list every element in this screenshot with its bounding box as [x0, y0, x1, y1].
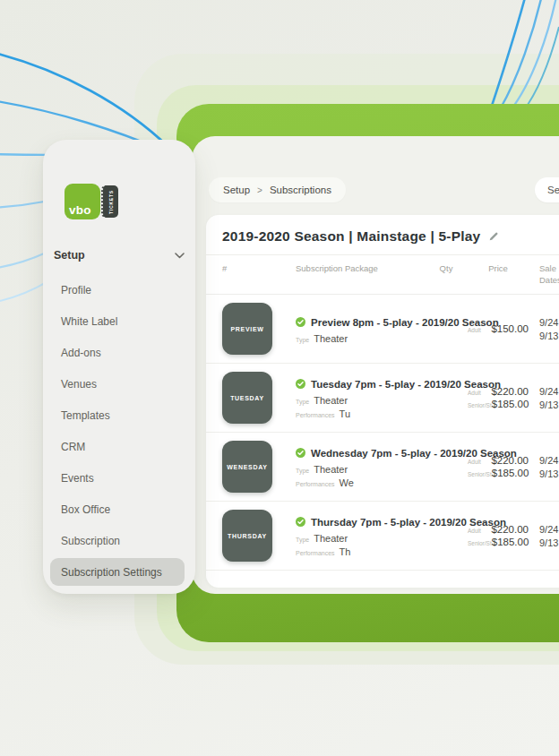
day-badge: TUESDAY: [222, 372, 272, 424]
price-value: $150.00: [491, 323, 529, 334]
performances-label: Performances: [296, 550, 335, 556]
table-row[interactable]: TUESDAY Tuesday 7pm - 5-play - 2019/20 S…: [206, 364, 559, 433]
price-value: $220.00: [491, 524, 529, 535]
price-tier-label: Adult: [468, 528, 481, 534]
type-value: Theater: [314, 333, 348, 344]
sale-date: 9/24: [539, 455, 559, 466]
breadcrumb-separator: >: [257, 185, 262, 195]
vbo-logo: vbo TICKETS: [64, 184, 118, 219]
column-package: Subscription Package: [296, 262, 417, 274]
breadcrumb-setup[interactable]: Setup: [223, 185, 250, 195]
price-cell: Adult$150.00: [468, 323, 529, 334]
day-badge: WENESDAY: [222, 441, 272, 493]
price-tier-label: Senior/St: [468, 402, 492, 408]
price-line: Senior/St$185.00: [468, 537, 529, 547]
badge-cell: THURSDAY: [222, 510, 272, 562]
price-cell: Adult$220.00Senior/St$185.00: [468, 524, 529, 547]
sale-date: 9/13: [539, 331, 559, 341]
sidebar-item-events[interactable]: Events: [43, 462, 195, 494]
table-row[interactable]: WENESDAY Wednesday 7pm - 5-play - 2019/2…: [206, 433, 559, 502]
badge-cell: WENESDAY: [222, 441, 272, 493]
sidebar-item-profile[interactable]: Profile: [43, 274, 195, 305]
sidebar-menu: ProfileWhite LabelAdd-onsVenuesTemplates…: [43, 274, 195, 588]
main-panel: Setup > Subscriptions Se 2019-2020 Seaso…: [192, 136, 559, 594]
price-line: Adult$220.00: [468, 524, 529, 535]
subscriptions-card: 2019-2020 Season | Mainstage | 5-Play # …: [206, 215, 559, 588]
type-value: Theater: [314, 533, 348, 544]
type-value: Theater: [314, 395, 348, 406]
sidebar-item-templates[interactable]: Templates: [43, 399, 195, 431]
status-check-icon: [296, 314, 305, 331]
table-body: PREVIEW Preview 8pm - 5-play - 2019/20 S…: [206, 295, 559, 571]
edit-icon[interactable]: [488, 231, 499, 242]
breadcrumb[interactable]: Setup > Subscriptions: [209, 177, 346, 202]
vbo-logo-mark: vbo: [64, 184, 100, 219]
column-sale-dates: Sale Dates: [539, 262, 559, 286]
season-button[interactable]: Se: [535, 177, 559, 202]
column-number: #: [222, 262, 272, 274]
package-cell: Thursday 7pm - 5-play - 2019/20 Season T…: [296, 514, 417, 557]
price-value: $185.00: [492, 537, 529, 547]
status-check-icon: [296, 376, 305, 392]
price-line: Adult$220.00: [468, 386, 529, 397]
performances-value: Th: [340, 546, 351, 557]
status-check-icon: [296, 514, 305, 530]
type-label: Type: [296, 399, 309, 405]
sale-date: 9/24: [539, 317, 559, 328]
sale-date: 9/13: [539, 537, 559, 548]
type-label: Type: [296, 337, 309, 343]
sidebar-item-subscription-settings[interactable]: Subscription Settings: [50, 558, 185, 586]
type-value: Theater: [314, 464, 348, 475]
price-tier-label: Senior/St: [468, 471, 492, 477]
price-value: $220.00: [491, 386, 529, 397]
table-row[interactable]: THURSDAY Thursday 7pm - 5-play - 2019/20…: [206, 502, 559, 571]
sidebar: vbo TICKETS Setup ProfileWhite LabelAdd-…: [43, 140, 195, 594]
price-tier-label: Adult: [468, 459, 481, 465]
table-row[interactable]: PREVIEW Preview 8pm - 5-play - 2019/20 S…: [206, 295, 559, 364]
price-line: Senior/St$185.00: [468, 468, 529, 478]
price-tier-label: Senior/St: [468, 540, 492, 546]
price-tier-label: Adult: [468, 390, 481, 396]
price-line: Senior/St$185.00: [468, 399, 529, 409]
sidebar-item-venues[interactable]: Venues: [43, 368, 195, 399]
day-badge: THURSDAY: [222, 510, 272, 562]
price-tier-label: Adult: [468, 327, 481, 333]
sale-dates-cell: 9/249/13: [539, 317, 559, 341]
page: Setup > Subscriptions Se 2019-2020 Seaso…: [0, 0, 559, 756]
package-cell: Preview 8pm - 5-play - 2019/20 Season Ty…: [296, 314, 417, 344]
performances-value: Tu: [340, 408, 350, 419]
sale-dates-cell: 9/249/13: [539, 455, 559, 479]
sidebar-item-subscription[interactable]: Subscription: [43, 525, 195, 556]
vbo-logo-ticket-stub: TICKETS: [101, 185, 118, 218]
price-cell: Adult$220.00Senior/St$185.00: [468, 455, 529, 478]
sidebar-item-crm[interactable]: CRM: [43, 431, 195, 462]
vbo-logo-text: vbo: [69, 203, 91, 217]
package-cell: Tuesday 7pm - 5-play - 2019/20 Season Ty…: [296, 376, 417, 419]
price-line: Adult$150.00: [468, 323, 529, 334]
sidebar-item-box-office[interactable]: Box Office: [43, 494, 195, 525]
card-title-row: 2019-2020 Season | Mainstage | 5-Play: [206, 215, 559, 255]
chevron-down-icon: [175, 249, 185, 262]
price-value: $185.00: [492, 399, 529, 409]
day-badge: PREVIEW: [222, 303, 272, 355]
breadcrumb-subscriptions[interactable]: Subscriptions: [270, 185, 331, 195]
price-value: $220.00: [491, 455, 529, 466]
price-value: $185.00: [492, 468, 529, 478]
sale-date: 9/13: [539, 399, 559, 410]
sale-date: 9/24: [539, 524, 559, 535]
performances-label: Performances: [296, 412, 335, 418]
package-cell: Wednesday 7pm - 5-play - 2019/20 Season …: [296, 445, 417, 488]
sale-dates-cell: 9/249/13: [539, 386, 559, 410]
sidebar-item-add-ons[interactable]: Add-ons: [43, 337, 195, 368]
sidebar-section-setup[interactable]: Setup: [54, 249, 185, 262]
sale-date: 9/13: [539, 468, 559, 479]
performances-value: We: [340, 477, 354, 488]
sidebar-item-white-label[interactable]: White Label: [43, 305, 195, 337]
type-label: Type: [296, 537, 309, 543]
status-check-icon: [296, 445, 305, 461]
column-qty: Qty: [425, 262, 468, 274]
column-price: Price: [468, 262, 529, 274]
performances-label: Performances: [296, 481, 335, 487]
sale-date: 9/24: [539, 386, 559, 397]
sidebar-section-label: Setup: [54, 249, 85, 262]
